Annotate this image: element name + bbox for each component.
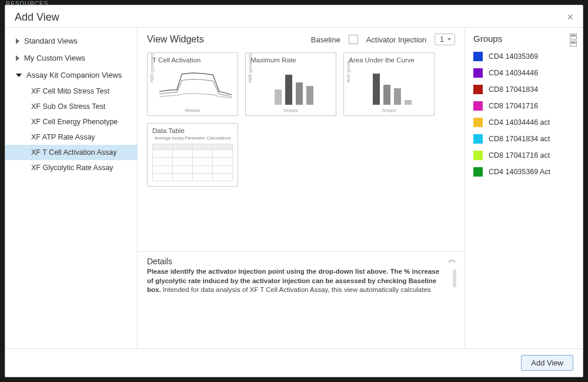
view-type-sidebar: Standard Views My Custom Views Assay Kit…: [5, 28, 138, 348]
sidebar-section-label: My Custom Views: [24, 54, 85, 62]
modal-title: Add View: [15, 11, 59, 24]
group-item[interactable]: CD4 14034446 act: [473, 114, 574, 131]
baseline-label: Baseline: [311, 35, 340, 44]
chevron-right-icon: [16, 55, 19, 61]
widget-grid: T Cell Activation PER (pmol/min) Minutes: [138, 48, 465, 191]
group-swatch: [473, 134, 483, 144]
widget-title: T Cell Activation: [152, 57, 233, 64]
x-axis-label: Minutes: [148, 108, 238, 113]
sidebar-section-label: Assay Kit Companion Views: [26, 71, 122, 79]
sidebar-item-atp-rate[interactable]: XF ATP Rate Assay: [5, 129, 137, 145]
group-item[interactable]: CD8 17041834: [473, 81, 574, 98]
sidebar-item-energy-phenotype[interactable]: XF Cell Energy Phenotype: [5, 114, 137, 129]
group-label: CD4 14035369 Act: [489, 168, 550, 176]
sidebar-section-assay-kit[interactable]: Assay Kit Companion Views: [5, 67, 137, 84]
add-view-modal: Add View × Standard Views My Custom View…: [5, 5, 583, 377]
group-swatch: [473, 151, 483, 160]
group-label: CD4 14034446 act: [489, 118, 550, 127]
add-view-button[interactable]: Add View: [521, 355, 573, 371]
select-all-icon[interactable]: [570, 34, 577, 39]
group-swatch: [473, 85, 483, 94]
sidebar-item-glycolytic-rate[interactable]: XF Glycolytic Rate Assay: [5, 160, 137, 175]
group-label: CD4 14035369: [489, 52, 538, 61]
details-panel: ︽ Details Please identify the activator …: [138, 251, 465, 301]
baseline-checkbox[interactable]: [349, 35, 358, 44]
scrollbar-thumb[interactable]: [453, 270, 456, 287]
group-label: CD8 17041716: [489, 102, 538, 110]
line-chart-icon: [158, 66, 233, 105]
group-label: CD8 17041716 act: [489, 151, 550, 160]
activator-injection-dropdown[interactable]: 1: [435, 34, 455, 45]
group-label: CD8 17041834 act: [489, 135, 550, 143]
chevron-down-icon: [16, 74, 22, 77]
details-rest: Intended for data analysis of XF T Cell …: [147, 286, 431, 295]
bar-chart-icon: [355, 66, 429, 105]
center-panel: View Widgets Baseline Activator Injectio…: [138, 28, 465, 348]
sidebar-section-label: Standard Views: [24, 36, 78, 45]
sidebar-item-tcell-activation[interactable]: XF T Cell Activation Assay: [5, 145, 137, 160]
widget-auc[interactable]: Area Under the Curve AUC (pmol) Groups: [343, 52, 435, 116]
group-swatch: [473, 101, 483, 111]
group-label: CD8 17041834: [489, 85, 538, 94]
y-axis-label: PER (pmol/min): [248, 54, 252, 82]
sidebar-section-standard-views[interactable]: Standard Views: [5, 32, 137, 49]
group-swatch: [473, 68, 483, 78]
sidebar-section-my-custom-views[interactable]: My Custom Views: [5, 49, 137, 67]
group-swatch: [473, 167, 483, 177]
details-title: Details: [147, 257, 455, 266]
deselect-all-icon[interactable]: [570, 41, 577, 46]
widget-subtitle: Average Assay Parameter Calculations: [148, 135, 238, 141]
group-item[interactable]: CD8 17041834 act: [473, 131, 574, 147]
group-item[interactable]: CD4 14035369: [473, 48, 574, 65]
y-axis-label: PER (pmol/min): [150, 54, 154, 82]
svg-rect-0: [158, 67, 233, 104]
widgets-title: View Widgets: [147, 34, 303, 45]
sidebar-item-sub-ox-stress[interactable]: XF Sub Ox Stress Test: [5, 99, 137, 114]
group-label: CD4 14034446: [489, 69, 538, 77]
expand-up-icon[interactable]: ︽: [448, 257, 456, 261]
group-item[interactable]: CD4 14035369 Act: [473, 164, 574, 180]
group-item[interactable]: CD8 17041716: [473, 98, 574, 114]
x-axis-label: Groups: [344, 108, 434, 113]
close-icon[interactable]: ×: [567, 11, 573, 24]
widget-title: Area Under the Curve: [349, 57, 429, 64]
widget-title: Maximum Rate: [250, 57, 331, 64]
details-text: Please identify the activator injection …: [147, 267, 455, 295]
widget-title: Data Table: [152, 127, 233, 134]
group-item[interactable]: CD4 14034446: [473, 65, 574, 81]
sidebar-item-mito-stress[interactable]: XF Cell Mito Stress Test: [5, 84, 137, 99]
groups-title: Groups: [473, 34, 574, 44]
chevron-right-icon: [16, 38, 19, 44]
group-swatch: [473, 118, 483, 127]
group-item[interactable]: CD8 17041716 act: [473, 147, 574, 164]
widget-tcell-activation[interactable]: T Cell Activation PER (pmol/min) Minutes: [147, 52, 238, 116]
activator-label: Activator Injection: [366, 35, 427, 44]
bar-chart-icon: [256, 66, 331, 105]
y-axis-label: AUC (pmol): [346, 61, 350, 82]
dropdown-value: 1: [440, 35, 444, 44]
group-swatch: [473, 52, 483, 61]
widget-maximum-rate[interactable]: Maximum Rate PER (pmol/min) Groups: [245, 52, 336, 116]
x-axis-label: Groups: [246, 108, 336, 113]
table-icon: [152, 144, 233, 181]
widget-data-table[interactable]: Data Table Average Assay Parameter Calcu…: [147, 123, 238, 187]
groups-panel: Groups CD4 14035369CD4 14034446CD8 17041…: [465, 28, 583, 348]
